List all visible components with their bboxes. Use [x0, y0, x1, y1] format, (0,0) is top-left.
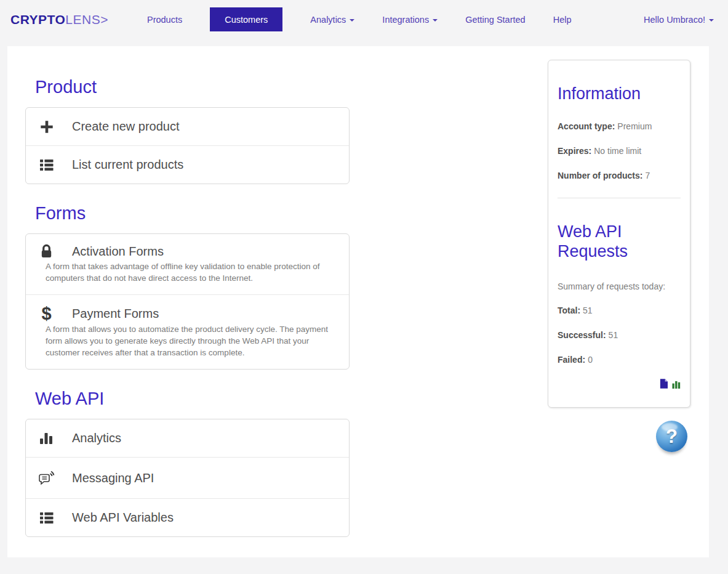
nav-links: Products Customers Analytics Integration… — [147, 7, 572, 31]
expires-row: Expires:No time limit — [558, 146, 681, 156]
user-greeting-label: Hello Umbraco! — [644, 15, 705, 25]
menu-item-activation-forms[interactable]: Activation Forms A form that takes advan… — [26, 234, 349, 294]
nav-item-integrations[interactable]: Integrations — [382, 15, 438, 25]
report-file-icon[interactable] — [660, 379, 668, 389]
menu-item-label: Activation Forms — [72, 245, 164, 259]
messaging-icon — [38, 470, 55, 486]
expires-value: No time limit — [594, 146, 641, 156]
menu-item-label: Messaging API — [72, 471, 154, 485]
menu-item-description: A form that allows you to automatize the… — [26, 323, 349, 369]
main-content: Product Create new product — [7, 46, 709, 557]
menu-item-list-products[interactable]: List current products — [26, 145, 349, 184]
caret-down-icon — [350, 19, 354, 22]
nav-item-customers[interactable]: Customers — [210, 7, 282, 31]
dollar-icon: $ — [38, 305, 55, 322]
account-type-value: Premium — [617, 121, 652, 131]
nav-item-help[interactable]: Help — [553, 15, 572, 25]
failed-requests-row: Failed:0 — [558, 355, 681, 365]
forms-panel: Activation Forms A form that takes advan… — [25, 233, 350, 370]
caret-down-icon — [433, 19, 438, 22]
failed-value: 0 — [588, 355, 593, 365]
account-type-row: Account type:Premium — [558, 121, 681, 132]
plus-icon — [38, 119, 55, 134]
top-navbar: CRYPTOLENS> Products Customers Analytics… — [0, 0, 728, 39]
list-icon — [38, 158, 55, 172]
menu-item-analytics[interactable]: Analytics — [26, 419, 349, 457]
page-title-product: Product — [35, 76, 350, 97]
product-count-row: Number of products:7 — [558, 171, 681, 181]
menu-item-label: Analytics — [72, 431, 121, 445]
menu-item-description: A form that takes advantage of offline k… — [26, 261, 349, 294]
total-label: Total: — [558, 305, 580, 315]
successful-label: Successful: — [558, 330, 606, 340]
menu-item-label: Web API Variables — [72, 511, 174, 525]
brand-logo[interactable]: CRYPTOLENS> — [10, 12, 108, 27]
information-card: Information Account type:Premium Expires… — [548, 60, 690, 408]
nav-integrations-label: Integrations — [382, 15, 429, 25]
user-menu[interactable]: Hello Umbraco! — [644, 15, 714, 25]
menu-item-label: Create new product — [72, 119, 180, 134]
nav-analytics-label: Analytics — [310, 15, 346, 25]
successful-value: 51 — [609, 330, 618, 340]
product-count-label: Number of products: — [558, 171, 642, 180]
information-title: Information — [558, 84, 681, 103]
account-type-label: Account type: — [558, 121, 615, 131]
total-value: 51 — [583, 305, 593, 315]
product-menu-panel: Create new product List current products — [25, 107, 350, 184]
expires-label: Expires: — [558, 146, 591, 156]
page-title-forms: Forms — [35, 203, 350, 224]
menu-item-messaging-api[interactable]: Messaging API — [26, 457, 349, 498]
help-button[interactable]: ? — [656, 421, 687, 452]
nav-item-getting-started[interactable]: Getting Started — [465, 15, 526, 25]
successful-requests-row: Successful:51 — [558, 330, 681, 341]
menu-item-label: List current products — [72, 158, 183, 172]
nav-item-products[interactable]: Products — [147, 15, 182, 25]
list-icon — [38, 511, 55, 525]
requests-summary: Summary of requests today: — [558, 281, 681, 291]
brand-logo-light: LENS> — [65, 12, 108, 26]
bar-chart-icon[interactable] — [672, 380, 681, 389]
menu-item-payment-forms[interactable]: $ Payment Forms A form that allows you t… — [26, 294, 349, 369]
total-requests-row: Total:51 — [558, 305, 681, 316]
failed-label: Failed: — [558, 355, 585, 365]
nav-item-analytics[interactable]: Analytics — [310, 15, 354, 25]
page-title-web-api: Web API — [35, 388, 350, 409]
lock-icon — [38, 244, 55, 259]
brand-logo-bold: CRYPTO — [10, 12, 65, 26]
card-divider — [558, 198, 681, 198]
caret-down-icon — [709, 19, 714, 22]
webapi-panel: Analytics Me — [25, 419, 350, 537]
menu-item-create-product[interactable]: Create new product — [26, 108, 349, 145]
question-mark-icon: ? — [666, 426, 678, 448]
menu-item-webapi-variables[interactable]: Web API Variables — [26, 498, 349, 536]
requests-quick-links — [558, 379, 681, 389]
menu-item-label: Payment Forms — [72, 307, 159, 321]
webapi-requests-title: Web API Requests — [558, 222, 681, 261]
product-count-value: 7 — [645, 171, 650, 180]
bar-chart-icon — [38, 432, 55, 445]
left-column: Product Create new product — [25, 46, 350, 537]
